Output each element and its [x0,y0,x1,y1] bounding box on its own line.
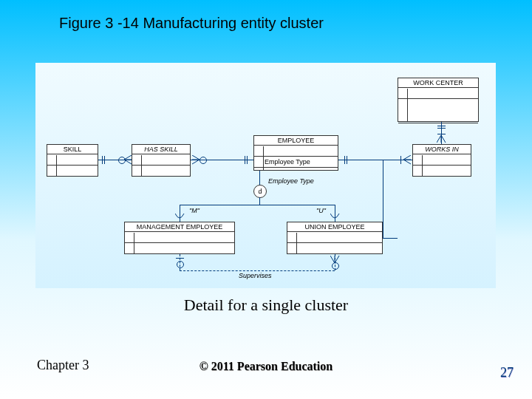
subtype-u-icon [330,214,340,222]
connector [383,238,398,239]
crowfoot-icon [403,155,412,165]
entity-union-employee: UNION EMPLOYEE [287,222,383,254]
cardinality-ring [177,261,184,268]
entity-works-in: WORKS IN [412,144,471,177]
subtype-u-icon [175,214,185,222]
connector [383,160,383,238]
entity-header: HAS SKILL [132,145,190,154]
connector-dashed [180,270,335,271]
entity-vdiv [422,155,423,176]
entity-section [125,243,234,254]
entity-section [47,154,98,166]
entity-vdiv [407,89,408,121]
entity-header: SKILL [47,145,98,154]
cardinality-bar [176,258,184,259]
cardinality-ring [332,262,339,270]
relationship-label: Supervises [239,272,272,279]
entity-section [398,88,478,99]
connector [180,205,335,205]
entity-vdiv [263,146,264,170]
entity-has-skill: HAS SKILL [132,144,191,177]
entity-section [398,99,478,123]
copyright-text: © 2011 Pearson Education [0,360,532,373]
entity-header: UNION EMPLOYEE [287,222,382,232]
entity-header: WORK CENTER [398,78,478,88]
cardinality-bar [245,156,245,164]
slide: Figure 3 -14 Manufacturing entity cluste… [0,0,532,399]
cardinality-bar [400,156,401,164]
entity-skill: SKILL [47,144,98,177]
crowfoot-icon [191,155,200,165]
cardinality-ring [200,157,207,164]
cardinality-bar [437,128,446,129]
entity-section [287,243,382,254]
crowfoot-icon [437,135,446,144]
entity-section [254,146,338,157]
discriminator-label: Employee Type [268,177,314,185]
figure-subtitle: Detail for a single cluster [0,296,532,315]
entity-vdiv [134,233,134,253]
entity-employee: EMPLOYEE Employee Type [253,135,338,171]
crowfoot-icon [330,254,340,263]
entity-header: MANAGEMENT EMPLOYEE [125,222,234,232]
entity-vdiv [141,155,142,176]
connector [259,197,260,205]
cardinality-bar [437,126,446,126]
entity-section [287,232,382,243]
subtype-label-m: "M" [189,207,200,214]
page-number: 27 [500,365,514,381]
entity-header: WORKS IN [413,145,471,154]
cardinality-bar [104,156,105,164]
subtype-label-u: "U" [316,207,326,214]
cardinality-bar [102,156,103,164]
entity-vdiv [296,233,297,253]
entity-work-center: WORK CENTER [398,78,479,122]
disjoint-symbol: d [253,185,267,198]
entity-header: EMPLOYEE [254,136,338,146]
figure-title: Figure 3 -14 Manufacturing entity cluste… [59,15,324,32]
entity-vdiv [56,155,57,176]
connector [338,160,412,160]
cardinality-bar [347,156,347,164]
cardinality-bar [247,156,248,164]
crowfoot-icon [124,155,133,165]
entity-section [47,166,98,177]
cardinality-bar [344,156,345,164]
connector [259,171,260,185]
entity-management-employee: MANAGEMENT EMPLOYEE [124,222,235,254]
entity-attr: Employee Type [254,157,338,168]
er-diagram: WORK CENTER SKILL HAS SKILL EMPLOYEE Emp… [35,63,496,288]
entity-section [125,232,234,243]
cardinality-bar [437,134,446,134]
